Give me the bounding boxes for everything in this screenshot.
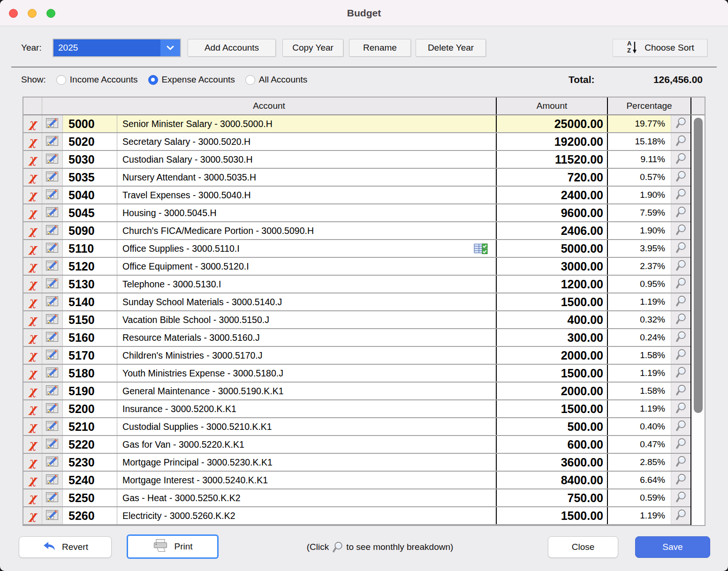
account-number-field[interactable]: 5035	[63, 169, 117, 186]
radio-all-icon[interactable]	[245, 75, 255, 85]
account-number-field[interactable]: 5150	[63, 311, 117, 328]
account-number-field[interactable]: 5120	[63, 258, 117, 275]
amount-field[interactable]: 3000.00	[496, 258, 607, 275]
account-number-field[interactable]: 5260	[63, 507, 117, 524]
delete-account-button[interactable]: χ	[23, 347, 42, 364]
amount-field[interactable]: 300.00	[496, 329, 607, 346]
monthly-breakdown-button[interactable]	[671, 169, 690, 186]
radio-expense-accounts[interactable]: Expense Accounts	[148, 75, 235, 85]
delete-account-button[interactable]: χ	[23, 151, 42, 168]
delete-account-button[interactable]: χ	[23, 222, 42, 239]
monthly-breakdown-button[interactable]	[671, 240, 690, 257]
delete-account-button[interactable]: χ	[23, 507, 42, 524]
delete-account-button[interactable]: χ	[23, 169, 42, 186]
monthly-breakdown-button[interactable]	[671, 383, 690, 399]
monthly-breakdown-button[interactable]	[671, 489, 690, 506]
edit-account-button[interactable]	[42, 169, 63, 186]
amount-field[interactable]: 8400.00	[496, 472, 607, 488]
delete-account-button[interactable]: χ	[23, 454, 42, 471]
rename-button[interactable]: Rename	[349, 39, 411, 57]
edit-account-button[interactable]	[42, 365, 63, 382]
delete-account-button[interactable]: χ	[23, 400, 42, 417]
account-number-field[interactable]: 5140	[63, 293, 117, 310]
monthly-breakdown-button[interactable]	[671, 151, 690, 168]
scrollbar-track[interactable]	[690, 115, 705, 525]
account-number-field[interactable]: 5180	[63, 365, 117, 382]
edit-account-button[interactable]	[42, 276, 63, 293]
edit-account-button[interactable]	[42, 204, 63, 221]
delete-account-button[interactable]: χ	[23, 276, 42, 293]
account-number-field[interactable]: 5220	[63, 436, 117, 453]
monthly-breakdown-button[interactable]	[671, 311, 690, 328]
monthly-breakdown-button[interactable]	[671, 115, 690, 132]
delete-account-button[interactable]: χ	[23, 365, 42, 382]
account-number-field[interactable]: 5210	[63, 418, 117, 435]
monthly-breakdown-button[interactable]	[671, 507, 690, 524]
account-number-field[interactable]: 5160	[63, 329, 117, 346]
add-accounts-button[interactable]: Add Accounts	[188, 39, 276, 57]
account-number-field[interactable]: 5020	[63, 133, 117, 150]
delete-account-button[interactable]: χ	[23, 187, 42, 203]
delete-account-button[interactable]: χ	[23, 293, 42, 310]
edit-account-button[interactable]	[42, 400, 63, 417]
account-number-field[interactable]: 5045	[63, 204, 117, 221]
amount-field[interactable]: 2400.00	[496, 187, 607, 203]
amount-field[interactable]: 1500.00	[496, 293, 607, 310]
amount-field[interactable]: 2000.00	[496, 383, 607, 399]
monthly-breakdown-button[interactable]	[671, 400, 690, 417]
account-number-field[interactable]: 5130	[63, 276, 117, 293]
delete-account-button[interactable]: χ	[23, 240, 42, 257]
account-number-field[interactable]: 5090	[63, 222, 117, 239]
close-button[interactable]: Close	[548, 536, 618, 558]
delete-account-button[interactable]: χ	[23, 329, 42, 346]
amount-field[interactable]: 500.00	[496, 418, 607, 435]
copy-year-button[interactable]: Copy Year	[282, 39, 343, 57]
edit-account-button[interactable]	[42, 133, 63, 150]
monthly-breakdown-button[interactable]	[671, 472, 690, 488]
delete-account-button[interactable]: χ	[23, 472, 42, 488]
year-dropdown[interactable]: 2025	[53, 38, 181, 57]
amount-field[interactable]: 5000.00	[496, 240, 607, 257]
edit-account-button[interactable]	[42, 436, 63, 453]
year-dropdown-button[interactable]	[160, 39, 180, 56]
amount-field[interactable]: 3600.00	[496, 454, 607, 471]
amount-field[interactable]: 2000.00	[496, 347, 607, 364]
scrollbar-thumb[interactable]	[694, 118, 703, 413]
edit-account-button[interactable]	[42, 329, 63, 346]
amount-field[interactable]: 9600.00	[496, 204, 607, 221]
amount-field[interactable]: 400.00	[496, 311, 607, 328]
amount-field[interactable]: 1500.00	[496, 507, 607, 524]
save-button[interactable]: Save	[635, 536, 710, 558]
edit-account-button[interactable]	[42, 187, 63, 203]
monthly-breakdown-button[interactable]	[671, 365, 690, 382]
monthly-breakdown-button[interactable]	[671, 222, 690, 239]
delete-account-button[interactable]: χ	[23, 489, 42, 506]
radio-income-icon[interactable]	[56, 75, 66, 85]
amount-field[interactable]: 720.00	[496, 169, 607, 186]
amount-field[interactable]: 750.00	[496, 489, 607, 506]
delete-account-button[interactable]: χ	[23, 436, 42, 453]
amount-field[interactable]: 1500.00	[496, 365, 607, 382]
amount-field[interactable]: 1200.00	[496, 276, 607, 293]
edit-account-button[interactable]	[42, 472, 63, 488]
monthly-breakdown-button[interactable]	[671, 418, 690, 435]
edit-account-button[interactable]	[42, 311, 63, 328]
delete-account-button[interactable]: χ	[23, 204, 42, 221]
monthly-breakdown-button[interactable]	[671, 347, 690, 364]
delete-account-button[interactable]: χ	[23, 418, 42, 435]
account-number-field[interactable]: 5200	[63, 400, 117, 417]
edit-account-button[interactable]	[42, 507, 63, 524]
amount-field[interactable]: 11520.00	[496, 151, 607, 168]
monthly-breakdown-button[interactable]	[671, 454, 690, 471]
monthly-breakdown-button[interactable]	[671, 293, 690, 310]
edit-account-button[interactable]	[42, 258, 63, 275]
amount-field[interactable]: 2406.00	[496, 222, 607, 239]
amount-field[interactable]: 600.00	[496, 436, 607, 453]
delete-account-button[interactable]: χ	[23, 115, 42, 132]
monthly-breakdown-button[interactable]	[671, 276, 690, 293]
amount-field[interactable]: 19200.00	[496, 133, 607, 150]
amount-field[interactable]: 25000.00	[496, 115, 607, 132]
delete-account-button[interactable]: χ	[23, 258, 42, 275]
account-number-field[interactable]: 5110	[63, 240, 117, 257]
edit-account-button[interactable]	[42, 454, 63, 471]
